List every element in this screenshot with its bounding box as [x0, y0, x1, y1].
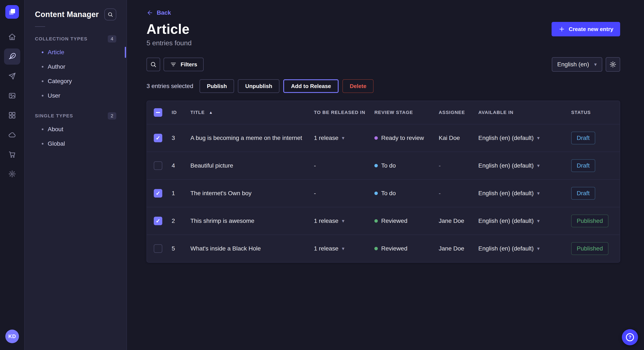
content-manager-nav-button[interactable] — [4, 48, 20, 65]
sidebar-item-category[interactable]: Category — [35, 74, 116, 88]
strapi-logo[interactable] — [5, 5, 19, 19]
section-count-badge: 2 — [108, 112, 116, 120]
sidebar-item-author[interactable]: Author — [35, 59, 116, 74]
entries-table: ID TITLE TO BE RELEASED IN REVIEW STAGE … — [146, 101, 620, 263]
plus-icon — [558, 26, 565, 32]
sidebar-item-label: User — [48, 92, 60, 99]
review-stage-dot — [374, 191, 378, 195]
row-locale[interactable]: English (en) (default) — [478, 245, 571, 252]
row-id: 1 — [172, 190, 190, 197]
row-release[interactable]: - — [314, 190, 374, 197]
view-settings-button[interactable] — [606, 57, 620, 72]
add-to-release-button[interactable]: Add to Release — [283, 79, 338, 93]
create-new-entry-button[interactable]: Create new entry — [552, 22, 620, 36]
row-checkbox[interactable] — [154, 244, 162, 253]
review-stage-dot — [374, 219, 378, 223]
release-value: 1 release — [314, 135, 338, 141]
delete-button[interactable]: Delete — [342, 79, 374, 93]
row-review-stage: Ready to review — [381, 135, 424, 141]
table-body: 3 A bug is becoming a meme on the intern… — [147, 124, 620, 262]
row-release[interactable]: 1 release — [314, 135, 374, 141]
content-type-builder-icon — [8, 111, 16, 119]
row-review-stage: Reviewed — [381, 217, 408, 224]
table-row[interactable]: 1 The internet's Own boy - To do - Engli… — [147, 179, 620, 207]
sidebar-item-about[interactable]: About — [35, 122, 116, 137]
table-row[interactable]: 3 A bug is becoming a meme on the intern… — [147, 124, 620, 152]
row-review-stage-cell: Ready to review — [374, 135, 439, 141]
row-id: 5 — [172, 245, 190, 252]
review-stage-dot — [374, 164, 378, 167]
table-row[interactable]: 2 This shrimp is awesome 1 release Revie… — [147, 207, 620, 234]
row-locale[interactable]: English (en) (default) — [478, 190, 571, 197]
release-value: 1 release — [314, 245, 338, 252]
content-type-builder-nav-button[interactable] — [4, 107, 20, 123]
gear-icon — [609, 61, 616, 68]
locale-select[interactable]: English (en) — [552, 57, 602, 72]
row-locale[interactable]: English (en) (default) — [478, 217, 571, 224]
column-header-available-in[interactable]: AVAILABLE IN — [478, 110, 571, 115]
user-avatar[interactable]: KD — [5, 330, 19, 343]
sidebar-item-global[interactable]: Global — [35, 137, 116, 151]
row-release[interactable]: 1 release — [314, 245, 374, 252]
row-title: The internet's Own boy — [190, 190, 314, 197]
title-column-label: TITLE — [190, 110, 205, 115]
sidebar-section-header: COLLECTION TYPES4 — [35, 33, 116, 45]
filters-button[interactable]: Filters — [164, 58, 204, 71]
column-header-status[interactable]: STATUS — [571, 110, 616, 115]
help-button[interactable] — [622, 329, 638, 345]
filter-icon — [170, 61, 177, 68]
section-label: COLLECTION TYPES — [35, 36, 88, 42]
home-nav-button[interactable] — [4, 29, 20, 45]
publish-button[interactable]: Publish — [200, 79, 234, 93]
column-header-review-stage[interactable]: REVIEW STAGE — [374, 110, 439, 115]
chevron-down-icon — [594, 62, 597, 67]
search-button[interactable] — [146, 58, 160, 71]
table-row[interactable]: 4 Beautiful picture - To do - English (e… — [147, 152, 620, 179]
back-link[interactable]: Back — [146, 9, 171, 16]
nav-rail-items — [4, 29, 20, 182]
column-header-assignee[interactable]: ASSIGNEE — [439, 110, 478, 115]
row-checkbox[interactable] — [154, 134, 162, 142]
status-badge: Published — [571, 242, 608, 255]
sort-ascending-icon — [209, 110, 213, 115]
row-release[interactable]: - — [314, 162, 374, 169]
bullet-icon — [42, 143, 44, 145]
settings-gear-icon — [8, 170, 16, 178]
page-title: Article — [146, 21, 190, 37]
row-locale[interactable]: English (en) (default) — [478, 162, 571, 169]
deploy-cloud-nav-button[interactable] — [4, 127, 20, 143]
marketplace-cart-icon — [8, 150, 16, 159]
row-review-stage-cell: Reviewed — [374, 245, 439, 252]
sidebar-search-button[interactable] — [104, 8, 116, 20]
row-checkbox[interactable] — [154, 189, 162, 197]
sidebar-item-article[interactable]: Article — [35, 45, 116, 59]
row-assignee: - — [439, 190, 478, 197]
marketplace-cart-nav-button[interactable] — [4, 146, 20, 163]
row-locale[interactable]: English (en) (default) — [478, 135, 571, 141]
table-row[interactable]: 5 What's inside a Black Hole 1 release R… — [147, 234, 620, 262]
settings-gear-nav-button[interactable] — [4, 166, 20, 182]
release-value: 1 release — [314, 217, 338, 224]
sidebar-item-label: Category — [48, 78, 72, 85]
locale-cell-value: English (en) (default) — [478, 162, 534, 169]
row-release[interactable]: 1 release — [314, 217, 374, 224]
bullet-icon — [42, 95, 44, 97]
select-all-checkbox[interactable] — [154, 108, 162, 117]
back-label: Back — [157, 9, 171, 16]
chevron-down-icon — [342, 136, 344, 141]
chevron-down-icon — [342, 246, 344, 251]
search-icon — [150, 61, 157, 68]
row-checkbox[interactable] — [154, 161, 162, 170]
column-header-id[interactable]: ID — [172, 110, 190, 115]
releases-nav-button[interactable] — [4, 68, 20, 84]
media-library-nav-button[interactable] — [4, 88, 20, 104]
sidebar-item-user[interactable]: User — [35, 88, 116, 103]
column-header-release[interactable]: TO BE RELEASED IN — [314, 110, 374, 115]
row-title: What's inside a Black Hole — [190, 245, 314, 252]
row-checkbox[interactable] — [154, 217, 162, 225]
bullet-icon — [42, 66, 44, 68]
column-header-title[interactable]: TITLE — [190, 110, 314, 115]
unpublish-button[interactable]: Unpublish — [238, 79, 280, 93]
row-title: Beautiful picture — [190, 162, 314, 169]
row-review-stage-cell: Reviewed — [374, 217, 439, 224]
